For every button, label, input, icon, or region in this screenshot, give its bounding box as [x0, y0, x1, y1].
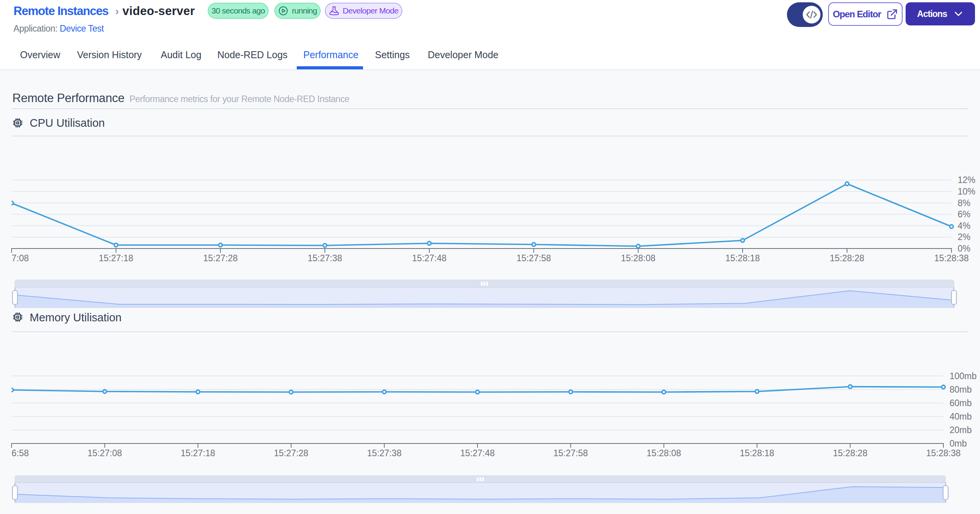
svg-text:15:27:28: 15:27:28	[274, 448, 309, 458]
svg-text:80mb: 80mb	[950, 385, 972, 395]
svg-text:15:27:48: 15:27:48	[412, 253, 447, 263]
svg-text:2%: 2%	[958, 232, 970, 242]
svg-text:20mb: 20mb	[950, 425, 972, 435]
svg-text:10%: 10%	[958, 186, 975, 197]
svg-text:40mb: 40mb	[950, 412, 972, 422]
svg-text:15:28:08: 15:28:08	[647, 448, 681, 458]
svg-text:15:27:58: 15:27:58	[553, 448, 588, 458]
svg-text:6:58: 6:58	[12, 448, 29, 458]
svg-text:15:28:18: 15:28:18	[740, 448, 775, 458]
svg-text:15:27:18: 15:27:18	[181, 448, 215, 458]
svg-text:15:27:38: 15:27:38	[308, 253, 342, 263]
svg-text:15:27:08: 15:27:08	[87, 448, 122, 458]
svg-text:15:28:18: 15:28:18	[725, 253, 760, 263]
svg-text:60mb: 60mb	[950, 398, 972, 408]
svg-text:15:28:38: 15:28:38	[926, 448, 961, 458]
svg-text:15:27:38: 15:27:38	[367, 448, 402, 458]
svg-text:6%: 6%	[958, 209, 970, 219]
svg-text:0mb: 0mb	[950, 438, 967, 448]
svg-text:15:27:18: 15:27:18	[99, 253, 133, 263]
svg-text:8%: 8%	[958, 198, 970, 208]
svg-text:15:28:38: 15:28:38	[934, 253, 969, 263]
svg-text:100mb: 100mb	[950, 371, 977, 381]
svg-text:15:27:58: 15:27:58	[516, 253, 551, 263]
svg-text:7:08: 7:08	[12, 253, 29, 263]
svg-text:15:28:28: 15:28:28	[830, 253, 864, 263]
svg-text:12%: 12%	[958, 175, 975, 185]
svg-text:4%: 4%	[958, 221, 970, 231]
svg-text:0%: 0%	[958, 244, 970, 254]
svg-text:15:27:48: 15:27:48	[460, 448, 495, 458]
svg-text:15:28:28: 15:28:28	[833, 448, 867, 458]
svg-text:15:28:08: 15:28:08	[621, 253, 656, 263]
svg-text:15:27:28: 15:27:28	[203, 253, 238, 263]
